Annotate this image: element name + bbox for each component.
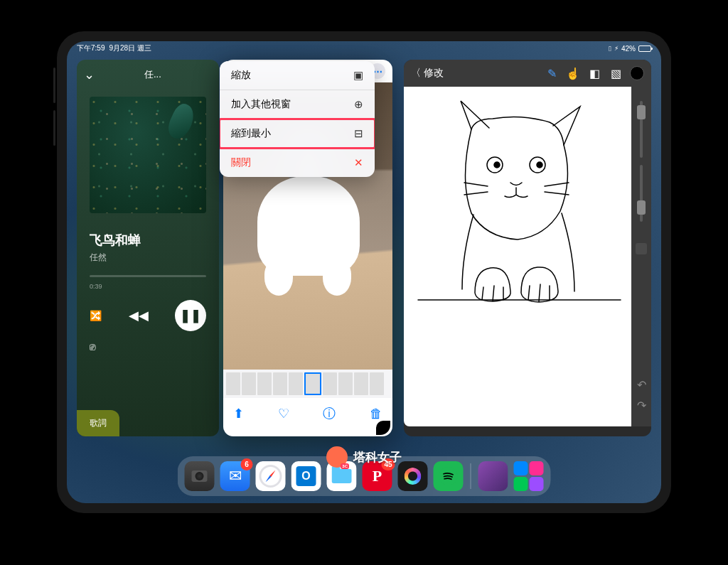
side-panel: ↶ ↷ <box>631 87 651 426</box>
modify-button[interactable] <box>636 243 647 254</box>
add-window-icon: ⊕ <box>354 98 363 111</box>
output-device-icon[interactable]: ⎚ <box>77 341 219 353</box>
album-artwork[interactable] <box>90 97 206 213</box>
dock-recent-app[interactable] <box>478 461 508 491</box>
multitasking-menu: 縮放 ▣ 加入其他視窗 ⊕ 縮到最小 ⊟ 關閉 ✕ <box>220 61 375 177</box>
minimize-icon: ⊟ <box>354 127 363 140</box>
menu-item-minimize[interactable]: 縮到最小 ⊟ <box>220 119 375 149</box>
status-bar: 下午7:59 9月28日 週三 􀙇 ⚡︎ 42% <box>67 41 661 55</box>
color-picker[interactable] <box>630 66 644 80</box>
ipad-device: 下午7:59 9月28日 週三 􀙇 ⚡︎ 42% ⌄ 任... 飞鸟和蝉 任然 … <box>57 31 671 513</box>
menu-item-close[interactable]: 關閉 ✕ <box>220 149 375 177</box>
opacity-slider[interactable] <box>640 165 643 222</box>
watermark-avatar <box>326 446 348 468</box>
previous-button[interactable]: ◀◀ <box>129 308 149 323</box>
playback-progress[interactable] <box>90 275 206 277</box>
menu-label: 關閉 <box>231 156 251 169</box>
eraser-icon[interactable]: ◧ <box>587 66 601 80</box>
battery-icon <box>638 45 651 52</box>
screen: 下午7:59 9月28日 週三 􀙇 ⚡︎ 42% ⌄ 任... 飞鸟和蝉 任然 … <box>67 41 661 503</box>
smudge-icon[interactable]: ☝ <box>566 66 580 80</box>
redo-icon[interactable]: ↷ <box>637 399 646 412</box>
menu-label: 加入其他視窗 <box>231 98 291 111</box>
dock-mail[interactable]: ✉︎6 <box>220 461 250 491</box>
cat-line-drawing <box>404 87 631 421</box>
wifi-icon: 􀙇 <box>609 45 611 53</box>
battery-pct: 42% <box>621 45 636 53</box>
dock-procreate[interactable] <box>398 461 428 491</box>
song-artist[interactable]: 任然 <box>90 252 206 264</box>
status-time: 下午7:59 <box>77 43 105 53</box>
menu-label: 縮放 <box>231 69 251 82</box>
canvas[interactable] <box>404 87 631 426</box>
info-icon[interactable]: ⓘ <box>323 405 336 422</box>
music-app-panel: ⌄ 任... 飞鸟和蝉 任然 0:39 🔀 ◀◀ ❚❚ ⎚ 歌詞 <box>77 60 219 436</box>
watermark-text: 塔科女子 <box>353 449 402 466</box>
close-icon: ✕ <box>354 156 363 169</box>
undo-icon[interactable]: ↶ <box>637 378 646 392</box>
procreate-toolbar: 〈 修改 ✎ ☝ ◧ ▧ <box>404 60 651 87</box>
bolt-icon: ⚡︎ <box>614 45 619 52</box>
brush-icon[interactable]: ✎ <box>545 66 559 80</box>
heart-icon[interactable]: ♡ <box>278 406 289 421</box>
song-title: 飞鸟和蝉 <box>90 232 206 249</box>
trash-icon[interactable]: 🗑 <box>370 407 382 421</box>
dock-spotify[interactable] <box>434 461 464 491</box>
brush-size-slider[interactable] <box>640 101 643 158</box>
lyrics-tab[interactable]: 歌詞 <box>77 410 119 436</box>
dock-app-library[interactable] <box>514 461 544 491</box>
share-icon[interactable]: ⬆︎ <box>233 406 244 421</box>
dock-safari[interactable] <box>256 461 286 491</box>
dock-camera[interactable] <box>185 461 215 491</box>
svg-point-3 <box>537 162 542 168</box>
shuffle-button[interactable]: 🔀 <box>90 310 102 321</box>
svg-point-1 <box>494 162 500 168</box>
menu-label: 縮到最小 <box>231 127 271 140</box>
dock-outlook[interactable]: O <box>291 461 321 491</box>
mail-badge: 6 <box>241 458 253 470</box>
back-button[interactable]: 〈 修改 <box>411 67 444 80</box>
procreate-panel: 〈 修改 ✎ ☝ ◧ ▧ <box>404 60 651 436</box>
menu-item-zoom[interactable]: 縮放 ▣ <box>220 61 375 90</box>
slideover-handle[interactable] <box>376 421 390 435</box>
menu-item-add-window[interactable]: 加入其他視窗 ⊕ <box>220 90 375 119</box>
watermark: 塔科女子 <box>326 446 402 468</box>
status-date: 9月28日 週三 <box>109 43 151 53</box>
chevron-down-icon[interactable]: ⌄ <box>84 67 95 82</box>
thumbnail-strip[interactable] <box>223 370 392 398</box>
music-header-title: 任... <box>144 68 161 81</box>
layers-icon[interactable]: ▧ <box>609 66 623 80</box>
fullscreen-icon: ▣ <box>353 69 363 82</box>
pause-button[interactable]: ❚❚ <box>175 300 206 331</box>
time-elapsed: 0:39 <box>90 283 102 290</box>
